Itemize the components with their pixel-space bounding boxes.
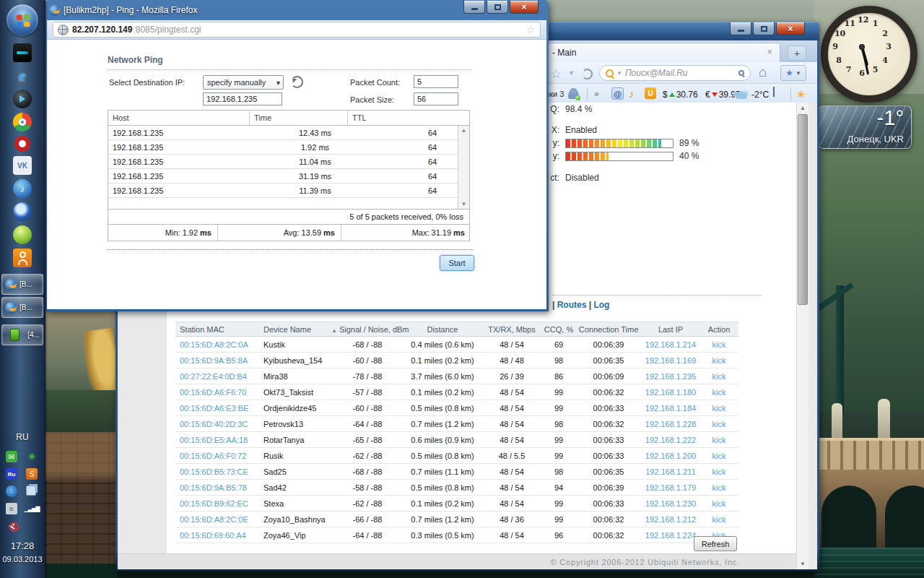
mail-at-icon[interactable]: @ — [611, 87, 624, 100]
gear-icon[interactable]: ✳ — [796, 88, 806, 101]
ru-badge-icon[interactable] — [6, 468, 17, 480]
tab-close-icon[interactable]: × — [767, 47, 772, 56]
last-ip-link[interactable]: 192.168.1.230 — [642, 499, 699, 508]
clock-gadget[interactable]: 123456789101112 — [821, 6, 918, 103]
kick-link[interactable]: kick — [699, 340, 738, 349]
last-ip-link[interactable]: 192.168.1.211 — [642, 467, 699, 476]
column-header[interactable]: Distance — [404, 325, 481, 334]
last-ip-link[interactable]: 192.168.1.179 — [642, 483, 699, 492]
last-ip-link[interactable]: 192.168.1.214 — [642, 340, 699, 349]
column-header[interactable]: TX/RX, Mbps — [481, 325, 542, 334]
kick-link[interactable]: kick — [699, 388, 738, 397]
tray-clock[interactable]: 17:28 — [0, 540, 45, 551]
bookmarks-button[interactable]: ★ ▼ — [780, 65, 806, 81]
log-link[interactable]: Log — [593, 300, 609, 310]
station-mac-link[interactable]: 00:15:6D:9A:B5:8A — [175, 356, 261, 365]
maximize-button[interactable] — [753, 22, 775, 35]
map-icon[interactable] — [773, 87, 775, 97]
maximize-button[interactable] — [487, 1, 508, 14]
odnoklassniki-icon[interactable] — [13, 249, 32, 267]
last-ip-link[interactable]: 192.168.1.180 — [642, 388, 699, 397]
taskbar-button[interactable]: [B... — [1, 274, 43, 295]
column-header[interactable]: CCQ, % — [542, 325, 575, 334]
search-input[interactable]: ▼ Поиск@Mail.Ru — [599, 65, 751, 81]
station-mac-link[interactable]: 00:15:6D:A6:E3:BE — [175, 404, 261, 413]
column-header[interactable]: Station MAC — [175, 325, 261, 334]
kick-link[interactable]: kick — [699, 372, 738, 381]
internet-explorer-icon[interactable] — [13, 66, 32, 85]
plug-icon[interactable] — [6, 503, 17, 514]
kick-link[interactable]: kick — [699, 452, 738, 460]
station-mac-link[interactable]: 00:15:6D:A8:2C:0A — [175, 340, 261, 349]
packet-size-input[interactable]: 56 — [414, 92, 458, 105]
start-button[interactable] — [6, 4, 38, 36]
media-player-dark-icon[interactable] — [13, 90, 32, 108]
usd-rate[interactable]: $ 30.76 — [663, 90, 698, 100]
scroll-up-icon[interactable]: ▲ — [797, 105, 808, 111]
vk-icon[interactable] — [13, 156, 32, 175]
home-icon[interactable]: ⌂ — [759, 64, 767, 80]
last-ip-link[interactable]: 192.168.1.235 — [642, 372, 699, 381]
refresh-button[interactable]: Refresh — [694, 536, 737, 551]
last-ip-link[interactable]: 192.168.1.228 — [642, 420, 699, 428]
vertical-scrollbar[interactable]: ▲ ▼ — [796, 103, 808, 569]
dest-ip-input[interactable]: 192.168.1.235 — [203, 92, 282, 105]
dest-ip-select[interactable]: specify manually — [203, 75, 284, 90]
station-mac-link[interactable]: 00:15:6D:40:2D:3C — [175, 420, 261, 428]
bookmark-star-icon[interactable]: ☆ — [526, 23, 536, 36]
station-mac-link[interactable]: 00:15:6D:B5:73:CE — [175, 467, 261, 476]
column-header[interactable]: Connection Time — [575, 325, 642, 334]
kick-link[interactable]: kick — [699, 483, 738, 492]
column-header[interactable]: Device Name — [261, 325, 331, 334]
cards-icon[interactable] — [26, 486, 36, 496]
kick-link[interactable]: kick — [699, 436, 738, 444]
routes-link[interactable]: Routes — [557, 300, 587, 310]
last-ip-link[interactable]: 192.168.1.212 — [642, 515, 699, 524]
column-header[interactable]: Action — [699, 325, 738, 334]
bug-icon[interactable] — [26, 451, 38, 462]
last-ip-link[interactable]: 192.168.1.184 — [642, 404, 699, 413]
cloud-icon[interactable] — [736, 93, 747, 99]
media-player-icon[interactable] — [13, 43, 32, 62]
itunes-icon[interactable] — [13, 179, 32, 198]
volume-muted-icon[interactable] — [6, 520, 17, 532]
last-ip-link[interactable]: 192.168.1.224 — [642, 531, 699, 540]
station-mac-link[interactable]: 00:15:6D:A8:2C:0E — [175, 515, 261, 524]
kick-link[interactable]: kick — [699, 467, 738, 476]
weather-gadget[interactable]: -1° Донецк, UKR — [818, 105, 912, 149]
overflow-chevron[interactable]: » — [594, 89, 599, 99]
station-mac-link[interactable]: 00:15:6D:69:60:A4 — [175, 531, 261, 540]
last-ip-link[interactable]: 192.168.1.222 — [642, 436, 699, 444]
start-button[interactable]: Start — [440, 255, 474, 271]
station-mac-link[interactable]: 00:15:6D:A6:F0:72 — [175, 452, 261, 460]
close-button[interactable]: × — [510, 1, 539, 14]
bookmark-star-icon[interactable]: ☆ — [551, 66, 562, 82]
column-header[interactable]: Last IP — [642, 325, 699, 334]
disc-icon[interactable] — [6, 486, 17, 497]
browser-ring-icon[interactable] — [13, 202, 32, 221]
address-input[interactable]: 82.207.120.149 :8085/pingtest.cgi ☆ — [53, 22, 541, 38]
avatar-icon[interactable] — [568, 88, 579, 99]
orange-u-icon[interactable]: U — [645, 87, 656, 99]
minimize-button[interactable] — [463, 1, 485, 14]
music-note-icon[interactable]: ♪ — [629, 87, 635, 100]
language-indicator[interactable]: RU — [0, 432, 45, 442]
reload-icon[interactable] — [582, 69, 593, 79]
taskbar-button[interactable]: [4... — [1, 324, 43, 345]
station-mac-link[interactable]: 00:15:6D:A6:F6:70 — [175, 388, 261, 397]
scroll-down-icon[interactable]: ▼ — [458, 201, 469, 207]
search-icon[interactable] — [738, 70, 744, 76]
kick-link[interactable]: kick — [699, 420, 738, 428]
java-icon[interactable] — [26, 468, 38, 480]
kick-link[interactable]: kick — [699, 499, 738, 508]
taskbar-button[interactable]: [B... — [1, 297, 43, 318]
station-mac-link[interactable]: 00:15:6D:E5:AA:18 — [175, 436, 261, 444]
station-mac-link[interactable]: 00:27:22:E4:0D:B4 — [175, 372, 261, 381]
kick-link[interactable]: kick — [699, 515, 738, 524]
opera-icon[interactable] — [14, 136, 30, 152]
new-tab-button[interactable]: + — [788, 46, 806, 61]
column-header[interactable]: ▲Signal / Noise, dBm — [331, 325, 404, 334]
minimize-button[interactable] — [730, 22, 751, 35]
refresh-list-icon[interactable] — [291, 76, 303, 88]
toolbar-temperature[interactable]: -2°C — [751, 90, 769, 100]
